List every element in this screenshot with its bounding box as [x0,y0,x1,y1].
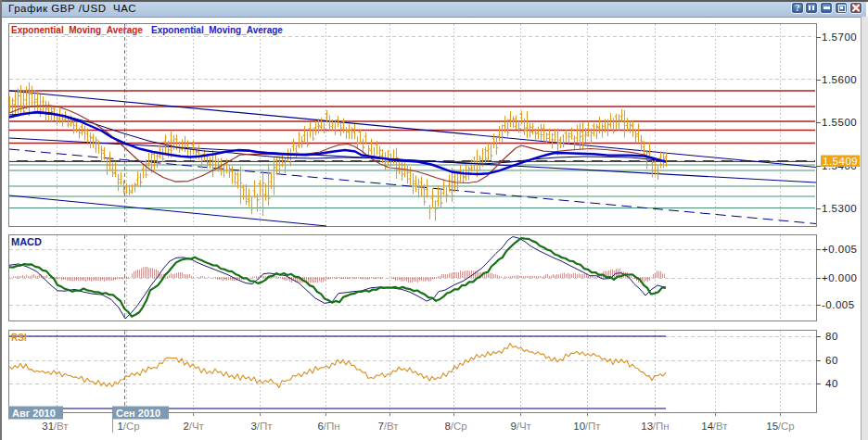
svg-text:MACD: MACD [11,236,42,247]
svg-text:1.5700: 1.5700 [822,31,857,43]
svg-text:RSI: RSI [11,333,27,343]
svg-text:/Чт: /Чт [517,421,532,432]
svg-text:1.5600: 1.5600 [822,74,857,85]
svg-text:Сен 2010: Сен 2010 [116,408,160,419]
svg-text:/Чт: /Чт [189,421,205,432]
svg-text:10: 10 [573,421,585,432]
svg-text:15: 15 [766,421,778,432]
svg-text:Exponential_Moving_Average: Exponential_Moving_Average [151,25,283,35]
svg-text:/Пт: /Пт [257,421,273,432]
svg-text:+0.005: +0.005 [822,244,858,255]
svg-text:/Пт: /Пт [585,421,601,432]
svg-text:1.5409: 1.5409 [823,156,858,167]
svg-text:/Вт: /Вт [713,421,728,432]
svg-text:/Вт: /Вт [54,421,69,432]
svg-text:/Пн: /Пн [653,421,670,432]
svg-text:Exponential_Moving_Average: Exponential_Moving_Average [11,25,143,35]
svg-text:80: 80 [825,331,838,342]
svg-text:31: 31 [42,421,54,432]
svg-text:40: 40 [825,378,838,389]
svg-text:/Вт: /Вт [384,421,399,432]
svg-text:-0.005: -0.005 [822,299,855,310]
svg-text:14: 14 [701,421,713,432]
svg-text:/Ср: /Ср [451,421,467,432]
svg-text:1.5300: 1.5300 [822,203,857,214]
svg-text:Авг 2010: Авг 2010 [12,408,56,419]
svg-text:/Пн: /Пн [324,421,340,432]
svg-text:+0.000: +0.000 [822,272,858,283]
svg-text:1.5500: 1.5500 [822,117,857,128]
svg-text:60: 60 [825,355,838,366]
svg-text:/Ср: /Ср [123,421,140,432]
svg-text:13: 13 [641,421,653,432]
svg-text:/Ср: /Ср [778,421,795,432]
